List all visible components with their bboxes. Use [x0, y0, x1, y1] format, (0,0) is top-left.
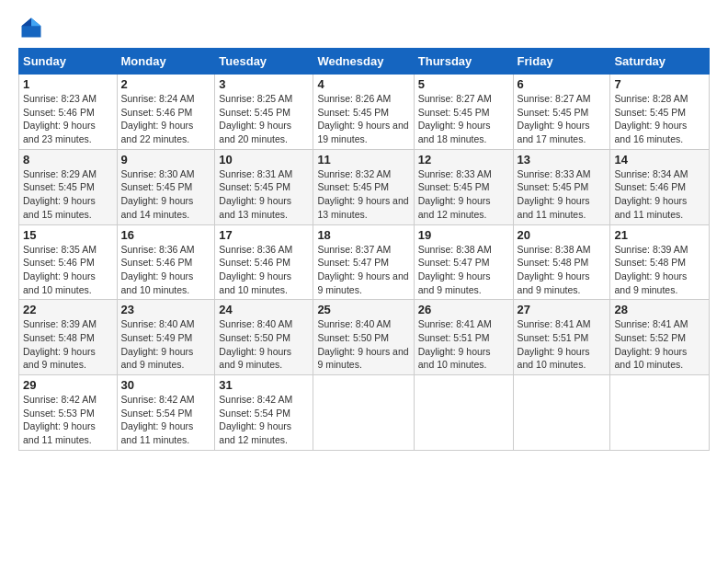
calendar-cell: 13Sunrise: 8:33 AMSunset: 5:45 PMDayligh…: [513, 149, 610, 224]
day-info: Sunrise: 8:33 AMSunset: 5:45 PMDaylight:…: [518, 167, 607, 222]
day-info: Sunrise: 8:27 AMSunset: 5:45 PMDaylight:…: [518, 92, 607, 146]
day-info: Sunrise: 8:29 AMSunset: 5:45 PMDaylight:…: [23, 167, 113, 222]
day-number: 1: [23, 77, 113, 91]
day-number: 17: [219, 228, 309, 242]
day-number: 7: [614, 77, 705, 91]
day-info: Sunrise: 8:40 AMSunset: 5:49 PMDaylight:…: [121, 317, 211, 372]
calendar-cell: [313, 375, 414, 451]
calendar-cell: 23Sunrise: 8:40 AMSunset: 5:49 PMDayligh…: [117, 300, 215, 375]
calendar-cell: 7Sunrise: 8:28 AMSunset: 5:45 PMDaylight…: [610, 75, 710, 150]
calendar-cell: 27Sunrise: 8:41 AMSunset: 5:51 PMDayligh…: [513, 300, 610, 375]
day-number: 28: [614, 303, 705, 316]
calendar-header-saturday: Saturday: [610, 49, 710, 75]
calendar-header-sunday: Sunday: [19, 49, 118, 75]
calendar-week-3: 15Sunrise: 8:35 AMSunset: 5:46 PMDayligh…: [19, 224, 710, 300]
header: [18, 15, 710, 40]
day-info: Sunrise: 8:36 AMSunset: 5:46 PMDaylight:…: [219, 243, 309, 297]
calendar-cell: 4Sunrise: 8:26 AMSunset: 5:45 PMDaylight…: [313, 75, 414, 150]
day-number: 15: [23, 228, 113, 242]
calendar-body: 1Sunrise: 8:23 AMSunset: 5:46 PMDaylight…: [19, 75, 710, 451]
day-info: Sunrise: 8:38 AMSunset: 5:47 PMDaylight:…: [418, 243, 509, 297]
calendar-cell: 9Sunrise: 8:30 AMSunset: 5:45 PMDaylight…: [117, 149, 215, 224]
day-info: Sunrise: 8:42 AMSunset: 5:53 PMDaylight:…: [23, 393, 113, 447]
calendar-cell: 8Sunrise: 8:29 AMSunset: 5:45 PMDaylight…: [19, 149, 118, 224]
day-number: 3: [219, 77, 309, 91]
calendar-cell: 3Sunrise: 8:25 AMSunset: 5:45 PMDaylight…: [215, 75, 313, 150]
calendar-cell: 15Sunrise: 8:35 AMSunset: 5:46 PMDayligh…: [19, 224, 118, 300]
day-number: 12: [418, 153, 509, 167]
calendar-cell: 6Sunrise: 8:27 AMSunset: 5:45 PMDaylight…: [513, 75, 610, 150]
day-info: Sunrise: 8:42 AMSunset: 5:54 PMDaylight:…: [219, 393, 309, 447]
day-info: Sunrise: 8:37 AMSunset: 5:47 PMDaylight:…: [317, 243, 409, 297]
day-info: Sunrise: 8:36 AMSunset: 5:46 PMDaylight:…: [121, 243, 211, 297]
day-number: 5: [418, 77, 509, 91]
day-info: Sunrise: 8:33 AMSunset: 5:45 PMDaylight:…: [418, 167, 509, 222]
day-info: Sunrise: 8:35 AMSunset: 5:46 PMDaylight:…: [23, 243, 113, 297]
day-number: 24: [219, 303, 309, 316]
calendar-cell: 1Sunrise: 8:23 AMSunset: 5:46 PMDaylight…: [19, 75, 118, 150]
day-info: Sunrise: 8:41 AMSunset: 5:51 PMDaylight:…: [518, 317, 607, 372]
day-number: 18: [317, 228, 409, 242]
day-number: 23: [121, 303, 211, 316]
day-number: 22: [23, 303, 113, 316]
day-info: Sunrise: 8:38 AMSunset: 5:48 PMDaylight:…: [518, 243, 607, 297]
calendar-cell: 5Sunrise: 8:27 AMSunset: 5:45 PMDaylight…: [414, 75, 513, 150]
day-number: 27: [518, 303, 607, 316]
day-number: 30: [121, 378, 211, 392]
calendar-cell: 12Sunrise: 8:33 AMSunset: 5:45 PMDayligh…: [414, 149, 513, 224]
day-number: 16: [121, 228, 211, 242]
day-number: 25: [317, 303, 409, 316]
calendar-cell: 29Sunrise: 8:42 AMSunset: 5:53 PMDayligh…: [19, 375, 118, 451]
calendar-header-thursday: Thursday: [414, 49, 513, 75]
calendar-cell: [610, 375, 710, 451]
day-info: Sunrise: 8:40 AMSunset: 5:50 PMDaylight:…: [317, 317, 409, 372]
day-info: Sunrise: 8:25 AMSunset: 5:45 PMDaylight:…: [219, 92, 309, 146]
calendar-cell: 30Sunrise: 8:42 AMSunset: 5:54 PMDayligh…: [117, 375, 215, 451]
calendar-header-friday: Friday: [513, 49, 610, 75]
day-info: Sunrise: 8:41 AMSunset: 5:52 PMDaylight:…: [614, 317, 705, 372]
day-info: Sunrise: 8:32 AMSunset: 5:45 PMDaylight:…: [317, 167, 409, 222]
day-info: Sunrise: 8:39 AMSunset: 5:48 PMDaylight:…: [23, 317, 113, 372]
calendar-header: SundayMondayTuesdayWednesdayThursdayFrid…: [19, 49, 710, 75]
calendar-header-wednesday: Wednesday: [313, 49, 414, 75]
day-info: Sunrise: 8:34 AMSunset: 5:46 PMDaylight:…: [614, 167, 705, 222]
calendar-week-5: 29Sunrise: 8:42 AMSunset: 5:53 PMDayligh…: [19, 375, 710, 451]
day-info: Sunrise: 8:39 AMSunset: 5:48 PMDaylight:…: [614, 243, 705, 297]
calendar-cell: 11Sunrise: 8:32 AMSunset: 5:45 PMDayligh…: [313, 149, 414, 224]
calendar-cell: 2Sunrise: 8:24 AMSunset: 5:46 PMDaylight…: [117, 75, 215, 150]
day-number: 6: [518, 77, 607, 91]
logo-icon: [18, 15, 44, 40]
day-info: Sunrise: 8:24 AMSunset: 5:46 PMDaylight:…: [121, 92, 211, 146]
header-row: SundayMondayTuesdayWednesdayThursdayFrid…: [19, 49, 710, 75]
calendar-cell: [513, 375, 610, 451]
day-number: 14: [614, 153, 705, 167]
day-number: 26: [418, 303, 509, 316]
day-info: Sunrise: 8:40 AMSunset: 5:50 PMDaylight:…: [219, 317, 309, 372]
day-number: 2: [121, 77, 211, 91]
calendar-week-4: 22Sunrise: 8:39 AMSunset: 5:48 PMDayligh…: [19, 300, 710, 375]
calendar-cell: [414, 375, 513, 451]
day-number: 29: [23, 378, 113, 392]
day-info: Sunrise: 8:28 AMSunset: 5:45 PMDaylight:…: [614, 92, 705, 146]
calendar-header-monday: Monday: [117, 49, 215, 75]
logo: [18, 15, 48, 40]
day-number: 31: [219, 378, 309, 392]
calendar-cell: 25Sunrise: 8:40 AMSunset: 5:50 PMDayligh…: [313, 300, 414, 375]
calendar-cell: 20Sunrise: 8:38 AMSunset: 5:48 PMDayligh…: [513, 224, 610, 300]
calendar-cell: 14Sunrise: 8:34 AMSunset: 5:46 PMDayligh…: [610, 149, 710, 224]
day-number: 10: [219, 153, 309, 167]
calendar-cell: 17Sunrise: 8:36 AMSunset: 5:46 PMDayligh…: [215, 224, 313, 300]
day-info: Sunrise: 8:30 AMSunset: 5:45 PMDaylight:…: [121, 167, 211, 222]
calendar-cell: 10Sunrise: 8:31 AMSunset: 5:45 PMDayligh…: [215, 149, 313, 224]
calendar-cell: 21Sunrise: 8:39 AMSunset: 5:48 PMDayligh…: [610, 224, 710, 300]
day-info: Sunrise: 8:42 AMSunset: 5:54 PMDaylight:…: [121, 393, 211, 447]
day-info: Sunrise: 8:23 AMSunset: 5:46 PMDaylight:…: [23, 92, 113, 146]
svg-marker-1: [31, 18, 41, 27]
calendar-cell: 19Sunrise: 8:38 AMSunset: 5:47 PMDayligh…: [414, 224, 513, 300]
day-number: 8: [23, 153, 113, 167]
calendar-cell: 18Sunrise: 8:37 AMSunset: 5:47 PMDayligh…: [313, 224, 414, 300]
day-info: Sunrise: 8:27 AMSunset: 5:45 PMDaylight:…: [418, 92, 509, 146]
day-info: Sunrise: 8:41 AMSunset: 5:51 PMDaylight:…: [418, 317, 509, 372]
day-number: 11: [317, 153, 409, 167]
day-number: 19: [418, 228, 509, 242]
